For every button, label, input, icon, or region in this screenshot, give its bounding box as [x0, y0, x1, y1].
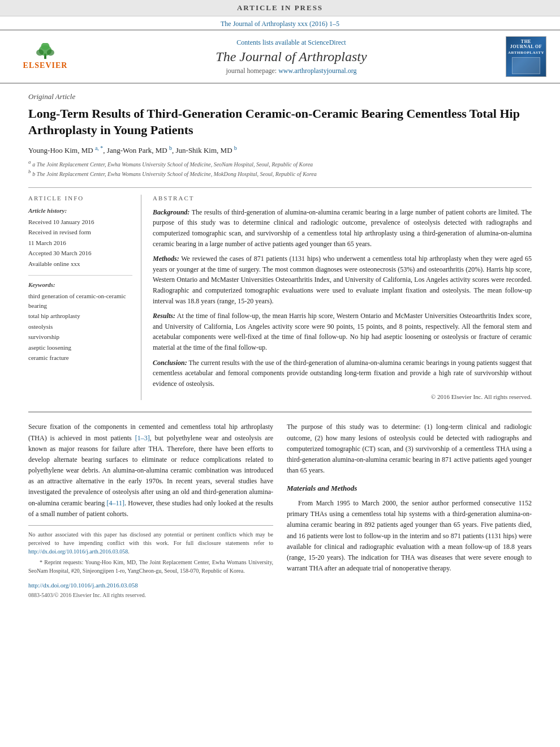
issn-line: 0883-5403/© 2016 Elsevier Inc. All right… [28, 591, 273, 600]
contents-label: Contents lists available at [236, 38, 306, 46]
authors-line: Young-Hoo Kim, MD a, *, Jang-Won Park, M… [28, 145, 532, 155]
copyright-line: © 2016 Elsevier Inc. All rights reserved… [153, 393, 532, 400]
ref-link-1-3[interactable]: [1–3] [135, 434, 150, 442]
abstract-heading: ABSTRACT [153, 195, 532, 201]
materials-methods-heading: Materials and Methods [287, 483, 532, 495]
homepage-url[interactable]: www.arthroplastyjournal.org [278, 67, 356, 75]
page: ARTICLE IN PRESS The Journal of Arthropl… [0, 0, 560, 747]
keyword-1: third generation of ceramic-on-ceramic b… [28, 291, 132, 310]
article-title: Long-Term Results of Third-Generation Ce… [28, 106, 532, 138]
history-item-5: Available online xxx [28, 259, 132, 269]
journal-link-bar: The Journal of Arthroplasty xxx (2016) 1… [0, 16, 560, 29]
header-center: Contents lists available at ScienceDirec… [85, 38, 498, 75]
elsevier-logo: ELSEVIER [14, 41, 76, 72]
affiliation-a: a a The Joint Replacement Center, Ewha W… [28, 159, 532, 168]
keyword-6: ceramic fracture [28, 353, 132, 363]
footnote-reprint: * Reprint requests: Young-Hoo Kim, MD, T… [28, 558, 273, 575]
keyword-4: survivorship [28, 332, 132, 342]
keyword-2: total hip arthroplasty [28, 311, 132, 321]
journal-cover-icon: THE JOURNAL OF ARTHROPLASTY [506, 36, 546, 77]
history-heading: Article history: [28, 207, 132, 214]
journal-citation: The Journal of Arthroplasty xxx (2016) 1… [221, 20, 339, 28]
header: ELSEVIER Contents lists available at Sci… [0, 29, 560, 84]
abstract-background: Background: The results of third-generat… [153, 207, 532, 249]
abstract-results: Results: At the time of final follow-up,… [153, 311, 532, 353]
info-abstract-section: ARTICLE INFO Article history: Received 1… [28, 187, 532, 401]
elsevier-text: ELSEVIER [23, 61, 68, 70]
history-item-2: Received in revised form [28, 227, 132, 237]
main-content: Original Article Long-Term Results of Th… [0, 84, 560, 611]
article-type: Original Article [28, 92, 532, 101]
article-history: Article history: Received 10 January 201… [28, 207, 132, 269]
history-item-3: 11 March 2016 [28, 238, 132, 248]
journal-icon-area: THE JOURNAL OF ARTHROPLASTY [503, 36, 549, 77]
journal-title: The Journal of Arthroplasty [85, 49, 498, 65]
keyword-5: aseptic loosening [28, 343, 132, 353]
body-para-2: The purpose of this study was to determi… [287, 422, 532, 476]
body-para-1: Secure fixation of the components in cem… [28, 422, 273, 520]
science-direct-line: Contents lists available at ScienceDirec… [85, 38, 498, 47]
history-item-1: Received 10 January 2016 [28, 217, 132, 227]
body-para-3: From March 1995 to March 2000, the senio… [287, 498, 532, 574]
journal-homepage: journal homepage: www.arthroplastyjourna… [85, 67, 498, 75]
doi-line[interactable]: http://dx.doi.org/10.1016/j.arth.2016.03… [28, 581, 273, 591]
footnote-conflict: No author associated with this paper has… [28, 530, 273, 556]
aip-banner: ARTICLE IN PRESS [0, 0, 560, 16]
elsevier-tree-icon [34, 43, 57, 60]
article-info-heading: ARTICLE INFO [28, 195, 132, 201]
affiliation-b: b b The Joint Replacement Center, Ewha W… [28, 169, 532, 177]
science-direct-link[interactable]: ScienceDirect [308, 38, 346, 46]
keyword-3: osteolysis [28, 322, 132, 332]
keywords-heading: Keywords: [28, 281, 132, 288]
article-info-col: ARTICLE INFO Article history: Received 1… [28, 195, 141, 401]
svg-point-3 [47, 49, 54, 55]
body-col-2: The purpose of this study was to determi… [287, 422, 532, 599]
keywords-section: Keywords: third generation of ceramic-on… [28, 275, 132, 363]
aip-text: ARTICLE IN PRESS [237, 3, 323, 12]
doi-url[interactable]: http://dx.doi.org/10.1016/j.arth.2016.03… [28, 582, 138, 589]
footnote-section: No author associated with this paper has… [28, 525, 273, 575]
ref-link-4-11[interactable]: [4–11] [106, 499, 124, 507]
abstract-col: ABSTRACT Background: The results of thir… [153, 195, 532, 401]
history-item-4: Accepted 30 March 2016 [28, 248, 132, 258]
abstract-conclusion: Conclusion: The current results with the… [153, 358, 532, 389]
body-col-1: Secure fixation of the components in cem… [28, 422, 273, 599]
svg-point-2 [36, 49, 44, 55]
homepage-label: journal homepage: [226, 67, 277, 75]
abstract-methods: Methods: We reviewed the cases of 871 pa… [153, 254, 532, 306]
footnote-doi-link[interactable]: http://dx.doi.org/10.1016/j.arth.2016.03… [28, 548, 128, 555]
body-section: Secure fixation of the components in cem… [28, 411, 532, 599]
elsevier-logo-area: ELSEVIER [11, 41, 79, 72]
